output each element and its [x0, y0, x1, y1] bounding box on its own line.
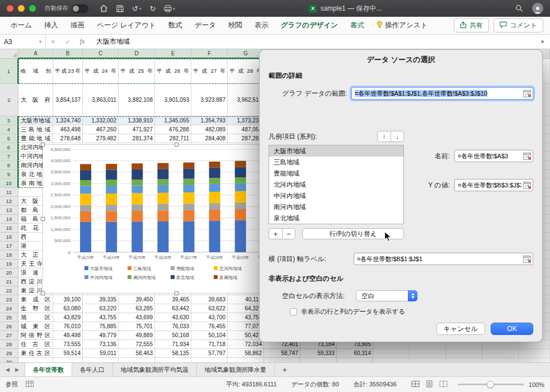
row-header-12[interactable]: 12 [0, 197, 18, 206]
ribbon-tab-review[interactable]: 校閲 [222, 18, 248, 33]
row-header-21[interactable]: 21 [0, 277, 18, 286]
cell-E5[interactable]: 282,711 [155, 134, 191, 143]
chart-handle-middle-left[interactable] [41, 217, 45, 221]
add-series-button[interactable]: + [269, 228, 282, 239]
cell-D23[interactable]: 39,450 [119, 295, 155, 304]
cell-M29[interactable] [446, 349, 482, 358]
column-header-B[interactable]: B [53, 49, 83, 59]
row-header-8[interactable]: 8 [0, 161, 18, 170]
cell-B1[interactable]: 平成23年 [53, 59, 83, 84]
cell-N29[interactable] [482, 349, 519, 358]
cell-A4[interactable]: 三島地域 [18, 125, 53, 134]
row-header-14[interactable]: 14 [0, 215, 18, 224]
cell-D30[interactable] [119, 358, 155, 362]
cell-A29[interactable]: 東住吉区 [18, 349, 53, 358]
cell-D5[interactable]: 281,374 [119, 134, 155, 143]
ribbon-tab-page-layout[interactable]: ページ レイアウト [91, 18, 162, 33]
chart-handle-top-left[interactable] [41, 143, 45, 147]
row-header-1[interactable]: 1 [0, 59, 18, 84]
undo-dropdown-caret[interactable]: ▾ [139, 7, 142, 11]
cell-A25[interactable]: 旭区 [18, 313, 53, 322]
ribbon-tab-format[interactable]: 書式 [344, 18, 370, 33]
cell-D1[interactable]: 平成25年 [119, 59, 155, 84]
range-picker-icon[interactable] [523, 90, 531, 97]
move-series-down-button[interactable]: ↓ [391, 131, 404, 142]
cell-E23[interactable]: 39,465 [155, 295, 191, 304]
cell-G29[interactable]: 58,862 [228, 349, 264, 358]
remove-series-button[interactable]: − [282, 228, 295, 239]
cell-A23[interactable]: 東成区 [18, 295, 53, 304]
ribbon-tab-view[interactable]: 表示 [248, 18, 275, 33]
series-item-4[interactable]: 中河内地域 [269, 190, 403, 201]
row-header-7[interactable]: 7 [0, 152, 18, 161]
row-header-13[interactable]: 13 [0, 206, 18, 215]
cell-J29[interactable]: 60,314 [337, 349, 373, 358]
cell-F28[interactable]: 71,718 [191, 340, 228, 349]
chart-handle-bottom-middle[interactable] [175, 291, 178, 295]
series-item-2[interactable]: 豊能地域 [269, 168, 403, 179]
row-header-16[interactable]: 16 [0, 233, 18, 242]
row-header-3[interactable]: 3 [0, 116, 18, 125]
ribbon-tab-data[interactable]: データ [189, 18, 222, 33]
redo-icon[interactable]: ↻ [149, 5, 156, 12]
cell-C24[interactable]: 63,220 [83, 304, 119, 313]
cell-O29[interactable] [519, 349, 550, 358]
row-header-18[interactable]: 18 [0, 251, 18, 259]
cell-E24[interactable]: 63,442 [155, 304, 191, 313]
cell-A27[interactable]: 阿倍野区 [18, 331, 53, 340]
row-header-26[interactable]: 26 [0, 322, 18, 331]
cell-E26[interactable]: 76,033 [155, 322, 191, 331]
cell-F24[interactable]: 63,622 [191, 304, 228, 313]
series-item-6[interactable]: 泉北地域 [269, 212, 403, 224]
category-axis-labels-input[interactable]: =各年世帯数!$B$1:$J$1 [354, 253, 533, 265]
close-window-button[interactable] [7, 5, 13, 12]
cell-B2[interactable]: 3,854,137 [53, 84, 83, 116]
autosave-toggle-switch[interactable] [72, 4, 88, 13]
cell-B27[interactable]: 49,498 [53, 331, 83, 340]
search-icon[interactable] [515, 4, 523, 12]
cell-C26[interactable]: 75,885 [83, 322, 119, 331]
row-header-23[interactable]: 23 [0, 295, 18, 304]
cell-F2[interactable]: 3,923,887 [191, 84, 228, 116]
column-header-F[interactable]: F [191, 49, 228, 59]
home-icon[interactable] [100, 4, 108, 12]
row-header-30[interactable]: 30 [0, 358, 18, 362]
row-header-11[interactable]: 11 [0, 188, 18, 197]
cell-C25[interactable]: 43,755 [83, 313, 119, 322]
cell-A2[interactable]: 大阪府 [18, 84, 53, 116]
cell-E29[interactable]: 58,135 [155, 349, 191, 358]
cell-J30[interactable] [337, 358, 373, 362]
zoom-slider[interactable] [458, 384, 524, 385]
cell-H29[interactable]: 58,747 [264, 349, 300, 358]
series-y-values-picker-icon[interactable] [523, 182, 531, 189]
cell-B5[interactable]: 278,648 [53, 134, 83, 143]
row-header-6[interactable]: 6 [0, 143, 18, 152]
cell-F5[interactable]: 284,408 [191, 134, 228, 143]
cell-F4[interactable]: 482,089 [191, 125, 228, 134]
cell-B29[interactable]: 59,514 [53, 349, 83, 358]
column-header-C[interactable]: C [83, 49, 119, 59]
name-box-dropdown-caret[interactable]: ▾ [39, 39, 41, 44]
cell-D24[interactable]: 63,285 [119, 304, 155, 313]
row-header-28[interactable]: 28 [0, 340, 18, 349]
row-header-24[interactable]: 24 [0, 304, 18, 313]
sheet-tab-avg-temperature[interactable]: 地域気象観測所平均気温 [113, 363, 197, 376]
select-all-corner[interactable] [0, 49, 18, 59]
cell-A5[interactable]: 豊能地域 [18, 134, 53, 143]
name-box[interactable]: A3 ▾ [0, 35, 46, 49]
sheet-tab-prev-icon[interactable]: ◀ [6, 367, 10, 372]
series-name-picker-icon[interactable] [523, 153, 531, 160]
cell-E28[interactable]: 71,934 [155, 340, 191, 349]
cell-D27[interactable]: 49,889 [119, 331, 155, 340]
row-header-5[interactable]: 5 [0, 134, 18, 143]
column-header-E[interactable]: E [155, 49, 191, 59]
series-item-5[interactable]: 南河内地域 [269, 201, 403, 212]
cell-D29[interactable]: 58,463 [119, 349, 155, 358]
ribbon-tab-formulas[interactable]: 数式 [162, 18, 189, 33]
cell-F23[interactable]: 39,683 [191, 295, 228, 304]
cell-C4[interactable]: 467,260 [83, 125, 119, 134]
ribbon-tab-tell-me[interactable]: 操作アシスト [370, 18, 434, 33]
share-button[interactable]: 共有 [454, 18, 489, 32]
cell-B24[interactable]: 63,080 [53, 304, 83, 313]
sheet-tab-households[interactable]: 各年世帯数 [25, 363, 72, 376]
